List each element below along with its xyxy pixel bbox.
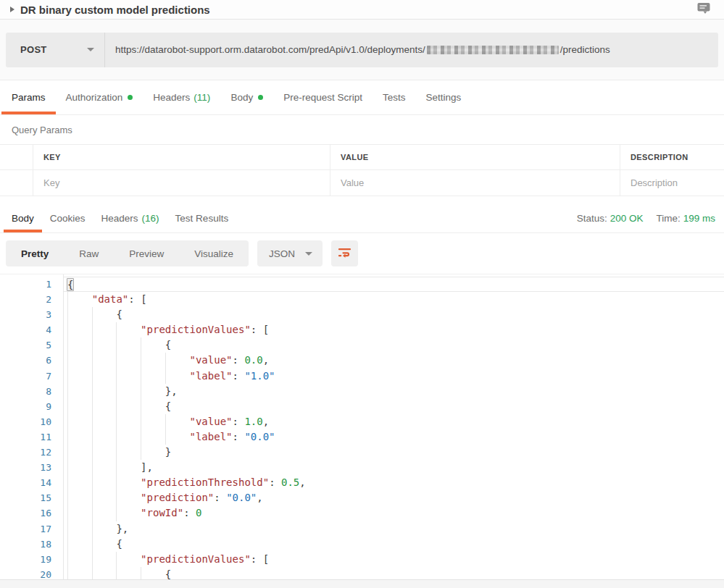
param-key-input[interactable]: Key — [33, 170, 330, 196]
request-tab-params[interactable]: Params — [1, 80, 56, 114]
code-token: "0.0" — [226, 492, 257, 503]
indent-guide — [116, 475, 141, 490]
line-number: 7 — [0, 369, 63, 384]
response-tab-headers-label: Headers — [101, 213, 138, 224]
line-number-gutter: 1234567891011121314151617181920 — [0, 274, 64, 579]
url-suffix: /predictions — [560, 44, 610, 55]
query-params-header-row: KEY VALUE DESCRIPTION — [0, 145, 724, 170]
indent-guide — [67, 307, 92, 322]
code-token: "0.0" — [244, 431, 275, 442]
request-tab-authorization[interactable]: Authorization — [56, 80, 143, 114]
response-tab-test-results[interactable]: Test Results — [167, 203, 237, 232]
line-number: 8 — [0, 384, 63, 399]
request-tab-settings[interactable]: Settings — [415, 80, 471, 114]
wrap-text-button[interactable] — [331, 240, 358, 266]
view-tab-visualize[interactable]: Visualize — [179, 240, 249, 266]
param-checkbox-header-cell — [0, 145, 33, 169]
request-tab-pre-request-script[interactable]: Pre-request Script — [273, 80, 373, 114]
response-tabs: BodyCookiesHeaders(16)Test Results — [0, 203, 577, 232]
code-token: "data" — [92, 293, 129, 305]
response-tab-body[interactable]: Body — [4, 203, 42, 232]
line-number: 20 — [0, 567, 63, 579]
indent-guide — [141, 369, 165, 384]
code-line: "data": [ — [64, 292, 724, 307]
comment-icon[interactable] — [696, 2, 711, 17]
url-input[interactable]: https://datarobot-support.orm.datarobot.… — [105, 33, 718, 67]
code-token: : — [233, 370, 245, 382]
code-token: : [ — [128, 293, 146, 305]
code-token: , — [263, 354, 269, 366]
code-token: : — [214, 492, 226, 503]
code-line-text: { — [116, 537, 122, 552]
url-prefix: https://datarobot-support.orm.datarobot.… — [115, 44, 425, 55]
request-tab-headers[interactable]: Headers(11) — [143, 80, 220, 114]
code-token: : — [233, 354, 245, 366]
indent-guide — [92, 460, 117, 475]
indent-guide — [67, 537, 92, 552]
response-tab-headers[interactable]: Headers(16) — [93, 203, 167, 232]
indent-guide — [92, 414, 117, 429]
indent-guide — [92, 369, 117, 384]
code-line: { — [64, 277, 724, 292]
code-token: "predictionValues" — [141, 553, 251, 565]
code-line: "predictionValues": [ — [64, 552, 724, 567]
response-body-editor[interactable]: 1234567891011121314151617181920 {"data":… — [0, 274, 724, 579]
collapse-disclosure-triangle-icon[interactable] — [10, 7, 14, 12]
response-tab-cookies[interactable]: Cookies — [42, 203, 93, 232]
request-tab-params-label: Params — [12, 92, 46, 103]
code-token: "label" — [190, 370, 233, 382]
response-toolbar: PrettyRawPreviewVisualize JSON — [0, 233, 724, 274]
code-token: ], — [141, 461, 153, 473]
line-number: 13 — [0, 460, 63, 475]
code-token: : — [269, 476, 281, 488]
indent-guide — [92, 322, 117, 337]
indent-guide — [116, 490, 141, 505]
indent-guide — [92, 307, 117, 322]
line-number: 19 — [0, 552, 63, 567]
code-token: "1.0" — [244, 370, 275, 382]
code-line: { — [64, 337, 724, 353]
query-params-empty-row: Key Value Description — [0, 170, 724, 196]
code-token: , — [299, 476, 305, 488]
tab-count-badge: (11) — [194, 92, 210, 103]
horizontal-scrollbar[interactable] — [0, 579, 724, 588]
view-tab-preview[interactable]: Preview — [114, 240, 179, 266]
indent-guide — [141, 445, 165, 460]
request-title: DR binary custom model predictions — [20, 4, 696, 16]
method-select[interactable]: POST — [6, 33, 105, 67]
indent-guide — [92, 384, 117, 399]
code-token: "label" — [190, 431, 233, 442]
code-line-text: }, — [116, 521, 128, 537]
view-tab-pretty[interactable]: Pretty — [6, 240, 64, 266]
line-number: 4 — [0, 322, 63, 337]
format-select[interactable]: JSON — [257, 240, 323, 266]
indent-guide — [116, 322, 141, 337]
request-tab-tests[interactable]: Tests — [373, 80, 416, 114]
indent-guide — [67, 567, 92, 579]
url-row: POST https://datarobot-support.orm.datar… — [0, 20, 724, 80]
query-params-table: KEY VALUE DESCRIPTION Key Value Descript… — [0, 144, 724, 196]
line-number: 3 — [0, 307, 63, 322]
request-tab-body[interactable]: Body — [220, 80, 273, 114]
param-value-input[interactable]: Value — [330, 170, 620, 196]
code-token: 0.5 — [281, 476, 299, 488]
code-line-text: }, — [165, 384, 178, 399]
indent-guide — [67, 414, 92, 429]
code-token: { — [165, 400, 171, 412]
code-token: }, — [165, 385, 178, 397]
chevron-down-icon — [305, 252, 312, 256]
request-tab-body-label: Body — [230, 92, 253, 103]
view-tab-raw[interactable]: Raw — [64, 240, 114, 266]
code-line: "rowId": 0 — [64, 505, 724, 521]
method-label: POST — [20, 44, 87, 55]
code-line-text: "predictionValues": [ — [141, 552, 269, 567]
query-params-title: Query Params — [0, 115, 724, 135]
code-line-text: ], — [141, 460, 153, 475]
status-value: 200 OK — [610, 213, 644, 224]
code-token: "value" — [190, 416, 233, 427]
code-token: }, — [116, 523, 128, 534]
indent-guide — [165, 369, 190, 384]
param-description-input[interactable]: Description — [620, 170, 724, 196]
code-line: ], — [64, 460, 724, 475]
url-redacted-deployment-id — [427, 46, 559, 54]
